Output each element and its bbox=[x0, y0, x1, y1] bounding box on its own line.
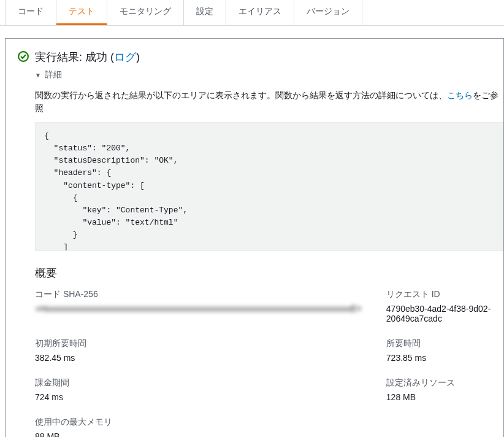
tab-code[interactable]: コード bbox=[5, 0, 56, 25]
request-id-value: 4790eb30-4ad2-4f38-9d02-20649ca7cadc bbox=[386, 304, 491, 323]
init-duration-value: 382.45 ms bbox=[35, 353, 362, 363]
init-duration-label: 初期所要時間 bbox=[35, 338, 362, 349]
max-memory-label: 使用中の最大メモリ bbox=[35, 417, 362, 428]
description-link[interactable]: こちら bbox=[447, 90, 473, 100]
summary-item-max-memory: 使用中の最大メモリ 88 MB bbox=[35, 417, 362, 437]
result-header: 実行結果: 成功 (ログ) bbox=[18, 50, 503, 64]
log-link[interactable]: ログ bbox=[114, 51, 136, 63]
configured-resource-value: 128 MB bbox=[386, 392, 491, 402]
tab-settings[interactable]: 設定 bbox=[184, 0, 226, 25]
result-description: 関数の実行から返された結果が以下のエリアに表示されます。関数から結果を返す方法の… bbox=[35, 89, 503, 115]
tab-aliases[interactable]: エイリアス bbox=[226, 0, 294, 25]
tab-monitoring[interactable]: モニタリング bbox=[107, 0, 184, 25]
billed-duration-label: 課金期間 bbox=[35, 377, 362, 389]
summary-item-request-id: リクエスト ID 4790eb30-4ad2-4f38-9d02-20649ca… bbox=[386, 289, 491, 323]
summary-item-sha: コード SHA-256 +Hxxxxxxxxxxxxxxxxxxxxxxxxxx… bbox=[35, 289, 362, 323]
caret-down-icon: ▼ bbox=[35, 72, 41, 79]
tab-test[interactable]: テスト bbox=[56, 0, 107, 25]
summary-item-duration: 所要時間 723.85 ms bbox=[386, 338, 491, 363]
summary-item-init-duration: 初期所要時間 382.45 ms bbox=[35, 338, 362, 363]
summary-title: 概要 bbox=[35, 266, 503, 280]
result-title-suffix: ) bbox=[136, 51, 140, 63]
details-label: 詳細 bbox=[45, 69, 62, 80]
duration-label: 所要時間 bbox=[386, 338, 491, 349]
result-title: 実行結果: 成功 (ログ) bbox=[35, 50, 140, 64]
configured-resource-label: 設定済みリソース bbox=[386, 377, 491, 389]
summary-item-configured-resource: 設定済みリソース 128 MB bbox=[386, 377, 491, 402]
summary-item-billed-duration: 課金期間 724 ms bbox=[35, 377, 362, 402]
duration-value: 723.85 ms bbox=[386, 353, 491, 363]
execution-result-panel: 実行結果: 成功 (ログ) ▼ 詳細 関数の実行から返された結果が以下のエリアに… bbox=[5, 38, 504, 437]
description-prefix: 関数の実行から返された結果が以下のエリアに表示されます。関数から結果を返す方法の… bbox=[35, 90, 447, 100]
sha-label: コード SHA-256 bbox=[35, 289, 362, 300]
summary-item-empty bbox=[386, 417, 491, 437]
summary-grid: コード SHA-256 +Hxxxxxxxxxxxxxxxxxxxxxxxxxx… bbox=[35, 289, 503, 437]
max-memory-value: 88 MB bbox=[35, 431, 362, 437]
execution-output-code: { "status": "200", "statusDescription": … bbox=[35, 122, 503, 251]
tab-versions[interactable]: バージョン bbox=[294, 0, 362, 25]
sha-value: +Hxxxxxxxxxxxxxxxxxxxxxxxxxxxxxxxxxxxxxx… bbox=[35, 304, 362, 314]
details-toggle[interactable]: ▼ 詳細 bbox=[35, 69, 503, 80]
billed-duration-value: 724 ms bbox=[35, 392, 362, 402]
success-icon bbox=[18, 51, 29, 64]
result-title-text: 実行結果: 成功 ( bbox=[35, 51, 114, 63]
request-id-label: リクエスト ID bbox=[386, 289, 491, 300]
tab-bar: コード テスト モニタリング 設定 エイリアス バージョン bbox=[0, 0, 504, 26]
